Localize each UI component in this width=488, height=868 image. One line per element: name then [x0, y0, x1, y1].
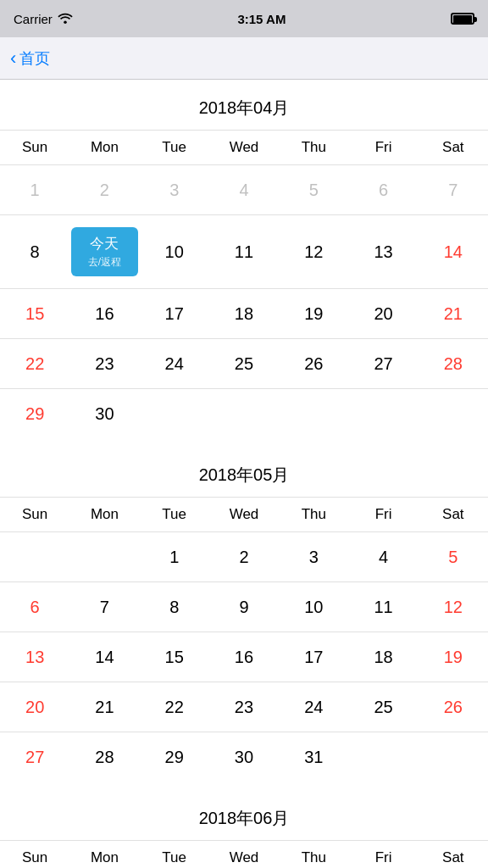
- calendar-day[interactable]: 25: [348, 682, 418, 732]
- calendar-day: [279, 389, 348, 438]
- calendar-day[interactable]: 16: [69, 289, 139, 338]
- calendar-container: 2018年04月SunMonTueWedThuFriSat12345678今天去…: [0, 80, 488, 868]
- calendar-day[interactable]: 17: [140, 289, 209, 338]
- calendar-day[interactable]: 今天去/返程: [69, 215, 139, 288]
- calendar-grid: SunMonTueWedThuFriSat12345678今天去/返程10111…: [0, 130, 488, 438]
- calendar-day[interactable]: 14: [69, 632, 139, 682]
- calendar-weeks: 1234567891011121314151617181920212223242…: [0, 532, 488, 782]
- calendar-day[interactable]: 30: [209, 732, 279, 782]
- month-section-0: 2018年04月SunMonTueWedThuFriSat12345678今天去…: [0, 80, 488, 438]
- calendar-day[interactable]: 26: [279, 339, 348, 388]
- calendar-day[interactable]: 12: [419, 582, 488, 632]
- day-header: Tue: [140, 498, 209, 531]
- status-time: 3:15 AM: [237, 12, 286, 26]
- day-header: Fri: [348, 498, 418, 531]
- calendar-day[interactable]: 11: [348, 582, 418, 632]
- calendar-day[interactable]: 8: [140, 582, 209, 632]
- calendar-day[interactable]: 7: [419, 165, 488, 214]
- calendar-day[interactable]: 7: [69, 582, 139, 632]
- calendar-day[interactable]: 6: [348, 165, 418, 214]
- calendar-day[interactable]: 2: [209, 532, 279, 581]
- calendar-day[interactable]: 8: [0, 215, 69, 288]
- calendar-day[interactable]: 23: [209, 682, 279, 732]
- calendar-day[interactable]: 30: [69, 389, 139, 438]
- calendar-day[interactable]: 4: [348, 532, 418, 581]
- calendar-day[interactable]: 12: [279, 215, 348, 288]
- calendar-day[interactable]: 4: [209, 165, 279, 214]
- back-label: 首页: [19, 48, 50, 69]
- day-header: Mon: [69, 498, 139, 531]
- calendar-day: [419, 389, 488, 438]
- calendar-day[interactable]: 3: [279, 532, 348, 581]
- month-section-2: 2018年06月SunMonTueWedThuFriSat: [0, 790, 488, 868]
- day-header: Wed: [209, 131, 279, 164]
- day-header: Thu: [279, 841, 348, 868]
- wifi-icon: [58, 12, 73, 26]
- calendar-week: 6789101112: [0, 582, 488, 632]
- today-label: 今天: [90, 234, 119, 253]
- day-header: Mon: [69, 841, 139, 868]
- calendar-day: [348, 389, 418, 438]
- day-header: Thu: [279, 498, 348, 531]
- calendar-day[interactable]: 25: [209, 339, 279, 388]
- calendar-day: [140, 389, 209, 438]
- calendar-week: 1234567: [0, 165, 488, 215]
- calendar-day[interactable]: 1: [140, 532, 209, 581]
- calendar-day[interactable]: 24: [279, 682, 348, 732]
- back-button[interactable]: ‹ 首页: [10, 47, 50, 70]
- calendar-day[interactable]: 9: [209, 582, 279, 632]
- calendar-day[interactable]: 14: [419, 215, 488, 288]
- calendar-day[interactable]: 5: [419, 532, 488, 581]
- calendar-day[interactable]: 22: [0, 339, 69, 388]
- calendar-week: 12345: [0, 532, 488, 582]
- calendar-week: 2728293031: [0, 732, 488, 782]
- day-header: Wed: [209, 498, 279, 531]
- calendar-day[interactable]: 21: [419, 289, 488, 338]
- calendar-grid: SunMonTueWedThuFriSat: [0, 840, 488, 868]
- calendar-day[interactable]: 20: [0, 682, 69, 732]
- calendar-day[interactable]: 6: [0, 582, 69, 632]
- calendar-day[interactable]: 28: [69, 732, 139, 782]
- calendar-day[interactable]: 2: [69, 165, 139, 214]
- calendar-day[interactable]: 28: [419, 339, 488, 388]
- calendar-day[interactable]: 27: [0, 732, 69, 782]
- calendar-day[interactable]: 13: [0, 632, 69, 682]
- calendar-day[interactable]: 10: [279, 582, 348, 632]
- calendar-day[interactable]: 15: [140, 632, 209, 682]
- calendar-day[interactable]: 21: [69, 682, 139, 732]
- calendar-day[interactable]: 31: [279, 732, 348, 782]
- calendar-day[interactable]: 13: [348, 215, 418, 288]
- calendar-day[interactable]: 15: [0, 289, 69, 338]
- calendar-day[interactable]: 3: [140, 165, 209, 214]
- day-header: Sun: [0, 131, 69, 164]
- calendar-day[interactable]: 20: [348, 289, 418, 338]
- calendar-day[interactable]: 16: [209, 632, 279, 682]
- day-header: Tue: [140, 131, 209, 164]
- calendar-day[interactable]: 29: [0, 389, 69, 438]
- calendar-day[interactable]: 19: [419, 632, 488, 682]
- calendar-week: 15161718192021: [0, 289, 488, 339]
- calendar-day[interactable]: 18: [348, 632, 418, 682]
- calendar-day[interactable]: 26: [419, 682, 488, 732]
- calendar-day[interactable]: 17: [279, 632, 348, 682]
- calendar-day: [0, 532, 69, 581]
- calendar-day[interactable]: 24: [140, 339, 209, 388]
- calendar-day[interactable]: 1: [0, 165, 69, 214]
- month-title: 2018年04月: [0, 80, 488, 130]
- battery-icon: [451, 13, 474, 25]
- nav-bar: ‹ 首页: [0, 37, 488, 80]
- day-header: Thu: [279, 131, 348, 164]
- calendar-day[interactable]: 10: [140, 215, 209, 288]
- month-title: 2018年06月: [0, 790, 488, 840]
- calendar-day[interactable]: 18: [209, 289, 279, 338]
- calendar-day[interactable]: 19: [279, 289, 348, 338]
- calendar-day[interactable]: 27: [348, 339, 418, 388]
- calendar-day[interactable]: 5: [279, 165, 348, 214]
- calendar-day[interactable]: 29: [140, 732, 209, 782]
- calendar-day[interactable]: 22: [140, 682, 209, 732]
- calendar-week: 8今天去/返程1011121314: [0, 215, 488, 289]
- calendar-weeks: 12345678今天去/返程10111213141516171819202122…: [0, 165, 488, 438]
- calendar-day: [69, 532, 139, 581]
- calendar-day[interactable]: 23: [69, 339, 139, 388]
- calendar-day[interactable]: 11: [209, 215, 279, 288]
